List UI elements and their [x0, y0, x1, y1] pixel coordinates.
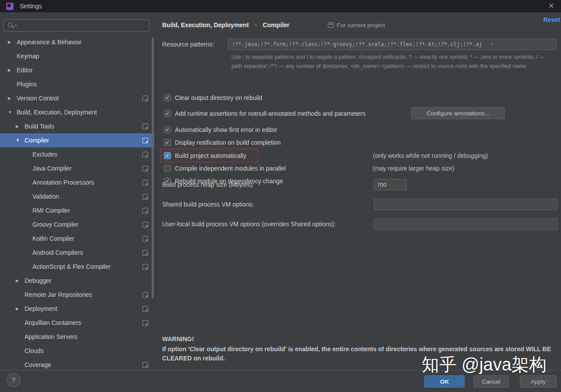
checkbox-row: ✓ Automatically show first error in edit… — [164, 125, 277, 135]
sidebar-tree-item[interactable]: ▶ Editor — [0, 63, 154, 77]
sidebar-tree-item[interactable]: Java Compiler — [0, 161, 154, 175]
sidebar-tree-item[interactable]: Application Servers — [0, 330, 154, 344]
tree-item-label: Compiler — [25, 137, 49, 144]
tree-item-label: RMI Compiler — [32, 207, 70, 214]
search-history-chevron-icon[interactable]: ▾ — [15, 24, 17, 28]
tree-expand-arrow-icon[interactable]: ▶ — [14, 278, 25, 283]
settings-content: Build, Execution, Deployment › Compiler … — [155, 12, 561, 392]
checkbox[interactable]: ✓ — [164, 152, 171, 159]
checkbox[interactable]: ✓ — [164, 110, 171, 117]
sidebar-tree-item[interactable]: Keymap — [0, 49, 154, 63]
zhihu-watermark: 知乎 @java架构 — [422, 353, 547, 377]
checkbox[interactable]: ✓ — [164, 165, 171, 172]
project-setting-badge-icon — [142, 250, 148, 256]
sidebar-tree-item[interactable]: Android Compilers — [0, 246, 154, 260]
tree-expand-arrow-icon[interactable]: ▶ — [6, 40, 17, 44]
warning-title: WARNING! — [162, 335, 552, 344]
patterns-help-text: Use ; to separate patterns and ! to nega… — [231, 53, 557, 71]
checkbox-note: (only works while not running / debuggin… — [373, 152, 488, 159]
sidebar-tree-item[interactable]: Annotation Processors — [0, 175, 154, 189]
tree-item-label: Plugins — [17, 81, 37, 88]
tree-item-label: ActionScript & Flex Compiler — [32, 263, 110, 270]
project-setting-badge-icon — [142, 362, 148, 368]
tree-item-label: Deployment — [25, 305, 57, 312]
help-button[interactable]: ? — [7, 373, 21, 387]
resource-patterns-label: Resource patterns: — [162, 39, 214, 50]
tree-item-label: Version Control — [17, 95, 59, 102]
close-icon[interactable]: ✕ — [547, 2, 556, 11]
checkbox-row: ✓ Display notification on build completi… — [164, 137, 280, 148]
title-bar: Settings ✕ — [0, 0, 561, 12]
sidebar-tree-item[interactable]: Kotlin Compiler — [0, 232, 154, 246]
sidebar-tree-item[interactable]: Excludes — [0, 147, 154, 161]
sidebar-tree-item[interactable]: ActionScript & Flex Compiler — [0, 260, 154, 274]
tree-item-label: Kotlin Compiler — [32, 235, 74, 242]
sidebar-tree-item[interactable]: Validation — [0, 189, 154, 203]
tree-item-label: Build, Execution, Deployment — [17, 109, 97, 116]
field-label: User-local build process VM options (ove… — [162, 218, 336, 230]
checkbox-label: Clear output directory on rebuild — [175, 94, 262, 101]
project-setting-badge-icon — [142, 166, 148, 171]
sidebar-tree-item[interactable]: Remote Jar Repositories — [0, 288, 154, 302]
cancel-button[interactable]: Cancel — [473, 375, 509, 388]
patterns-dropdown-chevron-icon[interactable]: ▾ — [491, 42, 493, 46]
checkbox[interactable]: ✓ — [164, 139, 171, 146]
sidebar-tree-item[interactable]: Clouds — [0, 344, 154, 358]
scope-label: For current project — [337, 22, 385, 29]
checkbox[interactable]: ✓ — [164, 94, 171, 101]
checkbox-row: ✓ Compile independent modules in paralle… — [164, 163, 286, 174]
sidebar-tree-item[interactable]: ▼ Compiler — [0, 133, 154, 147]
tree-expand-arrow-icon[interactable]: ▼ — [6, 110, 17, 114]
apply-button[interactable]: Apply — [520, 375, 557, 388]
tree-item-label: Android Compilers — [32, 249, 83, 256]
tree-expand-arrow-icon[interactable]: ▶ — [14, 124, 25, 128]
field-label: Shared build process VM options: — [162, 199, 254, 210]
tree-expand-arrow-icon[interactable]: ▶ — [6, 68, 17, 72]
field-row: Build process heap size (Mbytes): — [162, 179, 557, 190]
window-title: Settings — [20, 3, 42, 10]
search-input[interactable]: ▾ — [4, 19, 149, 32]
resource-patterns-input[interactable]: !?*.java;!?*.form;!?*.class;!?*.groovy;!… — [228, 39, 557, 50]
sidebar-tree-item[interactable]: ▶ Appearance & Behavior — [0, 35, 154, 49]
sidebar-scrollbar[interactable] — [152, 37, 154, 298]
tree-item-label: Build Tools — [25, 123, 54, 130]
sidebar-tree-item[interactable]: ▶ Version Control — [0, 91, 154, 105]
sidebar-tree-item[interactable]: ▼ Build, Execution, Deployment — [0, 105, 154, 119]
field-input[interactable] — [374, 199, 557, 210]
checkbox[interactable]: ✓ — [164, 126, 171, 133]
sidebar-tree-item[interactable]: RMI Compiler — [0, 203, 154, 217]
project-setting-badge-icon — [142, 236, 148, 242]
project-setting-badge-icon — [142, 138, 148, 143]
configure-annotations-button[interactable]: Configure annotations... — [411, 107, 505, 119]
tree-item-label: Coverage — [25, 361, 51, 368]
ok-button[interactable]: OK — [424, 375, 465, 388]
project-setting-badge-icon — [142, 320, 148, 326]
field-row: User-local build process VM options (ove… — [162, 218, 557, 230]
sidebar-tree-item[interactable]: Arquillian Containers — [0, 316, 154, 330]
project-setting-badge-icon — [142, 306, 148, 312]
field-input[interactable] — [374, 179, 407, 190]
tree-expand-arrow-icon[interactable]: ▶ — [6, 96, 17, 100]
tree-expand-arrow-icon[interactable]: ▶ — [14, 306, 25, 311]
checkbox-label: Automatically show first error in editor — [175, 126, 277, 133]
reset-link[interactable]: Reset — [543, 16, 560, 23]
tree-item-label: Arquillian Containers — [25, 319, 81, 326]
sidebar-tree-item[interactable]: ▶ Build Tools — [0, 119, 154, 133]
breadcrumb-parent[interactable]: Build, Execution, Deployment — [162, 21, 249, 29]
project-setting-badge-icon — [142, 264, 148, 270]
project-setting-badge-icon — [142, 96, 148, 101]
sidebar-tree-item[interactable]: ▶ Debugger — [0, 274, 154, 288]
project-setting-badge-icon — [142, 152, 148, 157]
scope-indicator: For current project — [328, 22, 385, 29]
sidebar-tree-item[interactable]: Groovy Compiler — [0, 217, 154, 232]
settings-sidebar: ▾ ▶ Appearance & Behavior Keymap ▶ Edito… — [0, 12, 155, 392]
field-row: Shared build process VM options: — [162, 199, 557, 210]
checkbox-row: ✓ Clear output directory on rebuild — [164, 93, 262, 103]
sidebar-tree-item[interactable]: Plugins — [0, 77, 154, 91]
field-label: Build process heap size (Mbytes): — [162, 179, 254, 190]
field-input[interactable] — [374, 218, 557, 230]
checkbox-row: ✓ Add runtime assertions for notnull-ann… — [164, 108, 366, 119]
tree-item-label: Java Compiler — [32, 165, 71, 172]
tree-expand-arrow-icon[interactable]: ▼ — [14, 138, 25, 143]
sidebar-tree-item[interactable]: ▶ Deployment — [0, 302, 154, 316]
